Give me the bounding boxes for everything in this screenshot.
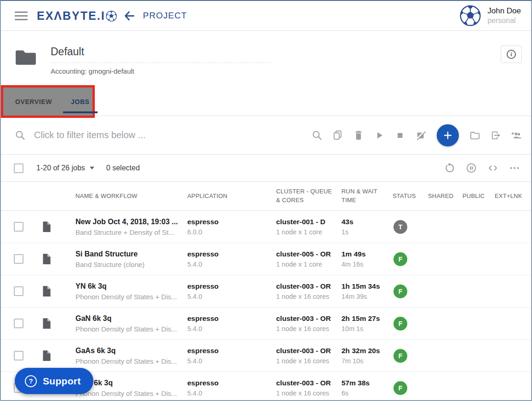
chevron-down-icon[interactable] — [90, 167, 94, 169]
job-name[interactable]: 6k 3q — [94, 379, 183, 387]
job-workflow: Phonon Density of States + Dis... — [75, 325, 183, 333]
tab-jobs[interactable]: JOBS — [63, 87, 98, 116]
job-actions — [312, 124, 522, 146]
delete-icon[interactable] — [353, 130, 364, 141]
annotation-highlight-box: OVERVIEW JOBS — [1, 85, 95, 118]
table-row[interactable]: GaAs 6k 3qPhonon Density of States + Dis… — [1, 340, 531, 372]
job-runtime: 57m 38s — [341, 379, 393, 387]
select-all-checkbox[interactable] — [14, 163, 23, 173]
job-version: 5.4.0 — [187, 325, 276, 332]
job-cores: 1 node x 16 cores — [276, 389, 341, 397]
pagination-range[interactable]: 1-20 of 26 jobs — [36, 164, 85, 172]
col-shared[interactable]: SHARED — [428, 192, 463, 201]
selected-count: 0 selected — [106, 164, 140, 172]
job-workflow: Band Structure (clone) — [75, 261, 183, 268]
status-badge[interactable]: F — [393, 317, 407, 331]
table-row[interactable]: Si Band StructureBand Structure (clone) … — [1, 243, 531, 275]
refresh-icon[interactable] — [444, 163, 455, 174]
job-runtime: 1m 49s — [341, 250, 393, 258]
job-cores: 1 node x 1 core — [276, 228, 341, 236]
support-label: Support — [43, 376, 81, 387]
info-button[interactable]: i — [501, 46, 522, 63]
filter-bar: Click to filter items below ... — [1, 116, 531, 155]
col-extlnk[interactable]: EXT+LNK — [495, 192, 526, 201]
job-name[interactable]: Si Band Structure — [75, 250, 183, 258]
copy-icon[interactable] — [332, 130, 343, 141]
row-checkbox[interactable] — [14, 222, 23, 232]
job-cores: 1 node x 16 cores — [276, 293, 341, 300]
job-name[interactable]: New Job Oct 4, 2018, 19:03 ... — [75, 218, 183, 226]
col-public[interactable]: PUBLIC — [463, 192, 495, 201]
job-version: 5.4.0 — [187, 389, 276, 397]
search-icon — [15, 130, 26, 141]
logo[interactable]: EXΛBYTE.I — [37, 9, 117, 23]
row-checkbox[interactable] — [14, 286, 23, 296]
cancel-icon[interactable] — [415, 130, 426, 141]
support-button[interactable]: ? Support — [15, 368, 93, 394]
table-row[interactable]: GaN 6k 3qPhonon Density of States + Dis.… — [1, 308, 531, 340]
job-application: espresso — [187, 347, 276, 355]
breadcrumb-project[interactable]: PROJECT — [143, 11, 187, 21]
job-name[interactable]: GaN 6k 3q — [75, 314, 183, 323]
job-runtime: 2h 32m 20s — [341, 347, 393, 355]
status-badge[interactable]: T — [393, 220, 407, 234]
job-waittime: 7m 10s — [341, 357, 393, 365]
col-run[interactable]: RUN & WAIT TIME — [341, 187, 393, 205]
project-header: Default Accounting: gmogni-default i — [1, 31, 531, 87]
user-name: John Doe — [487, 6, 521, 16]
table-header: NAME & WORKFLOW APPLICATION CLUSTER - QU… — [1, 182, 531, 211]
col-status[interactable]: STATUS — [393, 192, 428, 201]
run-icon[interactable] — [374, 130, 385, 141]
table-row[interactable]: New Job Oct 4, 2018, 19:03 ...Band Struc… — [1, 211, 531, 243]
avatar[interactable] — [460, 5, 481, 26]
menu-icon[interactable] — [15, 12, 28, 20]
job-waittime: 14m 39s — [341, 293, 393, 300]
stop-icon[interactable] — [394, 130, 405, 141]
user-role: personal — [487, 16, 521, 25]
pause-icon[interactable] — [466, 163, 477, 174]
project-title[interactable]: Default — [51, 46, 272, 63]
col-cluster[interactable]: CLUSTER - QUEUE & CORES — [276, 187, 341, 205]
job-application: espresso — [187, 250, 276, 258]
status-badge[interactable]: F — [393, 381, 407, 395]
job-version: 6.0.0 — [187, 228, 276, 236]
job-runtime: 1h 15m 34s — [341, 282, 393, 291]
status-badge[interactable]: F — [393, 349, 407, 363]
col-name[interactable]: NAME & WORKFLOW — [75, 192, 187, 201]
folder-icon — [15, 47, 37, 66]
search-action-icon[interactable] — [312, 130, 323, 141]
status-badge[interactable]: F — [393, 285, 407, 298]
add-job-button[interactable] — [437, 124, 459, 146]
folder-action-icon[interactable] — [469, 130, 480, 141]
more-options-icon[interactable] — [509, 163, 520, 174]
plus-icon — [442, 130, 453, 141]
move-to-icon[interactable] — [490, 130, 501, 141]
tab-overview[interactable]: OVERVIEW — [11, 87, 57, 116]
job-cluster: cluster-003 - OR — [276, 347, 341, 355]
job-name[interactable]: GaAs 6k 3q — [75, 347, 183, 355]
logo-text: EXΛBYTE.I — [37, 9, 105, 23]
code-icon[interactable] — [487, 163, 498, 174]
job-version: 5.4.0 — [187, 261, 276, 268]
document-icon — [40, 349, 52, 362]
col-application[interactable]: APPLICATION — [187, 192, 276, 201]
job-version: 5.4.0 — [187, 293, 276, 300]
row-checkbox[interactable] — [14, 254, 23, 264]
project-accounting: Accounting: gmogni-default — [51, 67, 272, 75]
job-cluster: cluster-003 - OR — [276, 282, 341, 291]
tabs-bar: OVERVIEW JOBS — [1, 87, 531, 116]
filter-input[interactable]: Click to filter items below ... — [34, 130, 145, 140]
job-workflow: Band Structure + Density of St... — [75, 228, 183, 236]
user-menu[interactable]: John Doe personal — [460, 5, 521, 26]
row-checkbox[interactable] — [14, 351, 23, 360]
status-badge[interactable]: F — [393, 252, 407, 266]
job-workflow: Phonon Density of States + Dis... — [75, 293, 183, 301]
job-cores: 1 node x 1 core — [276, 261, 341, 268]
job-runtime: 43s — [341, 218, 393, 226]
document-icon — [40, 317, 52, 330]
share-group-add-icon[interactable] — [511, 130, 522, 141]
table-row[interactable]: YN 6k 3qPhonon Density of States + Dis..… — [1, 275, 531, 308]
row-checkbox[interactable] — [14, 319, 23, 328]
job-name[interactable]: YN 6k 3q — [75, 282, 183, 291]
back-arrow-icon[interactable] — [123, 10, 136, 22]
